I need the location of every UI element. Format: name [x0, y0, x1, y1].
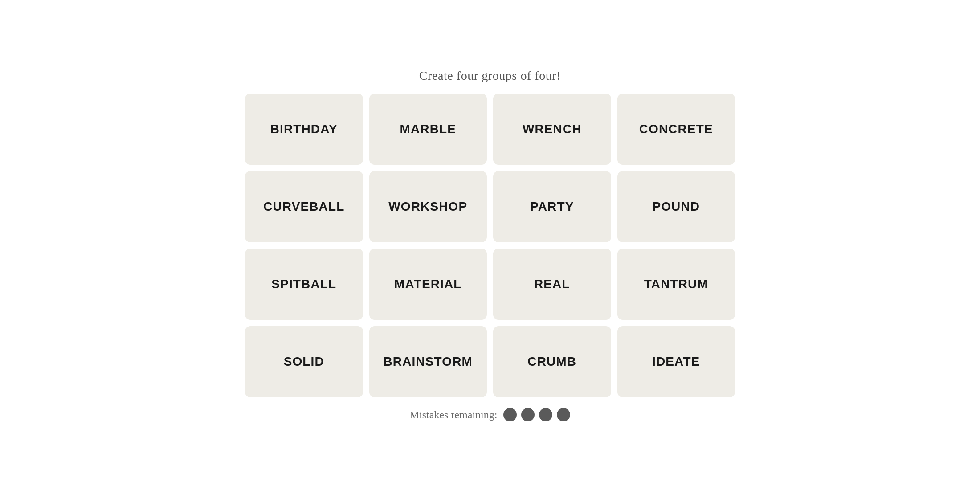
tile-label-concrete: CONCRETE: [639, 122, 713, 136]
mistake-dot-2: [521, 408, 535, 421]
tile-label-brainstorm: BRAINSTORM: [384, 355, 473, 369]
tile-real[interactable]: REAL: [493, 249, 611, 320]
mistake-dot-1: [503, 408, 517, 421]
game-container: Create four groups of four! BIRTHDAYMARB…: [245, 69, 735, 421]
tile-label-pound: POUND: [652, 200, 700, 214]
tile-label-crumb: CRUMB: [527, 355, 576, 369]
tile-curveball[interactable]: CURVEBALL: [245, 171, 363, 242]
tile-birthday[interactable]: BIRTHDAY: [245, 94, 363, 165]
tile-marble[interactable]: MARBLE: [369, 94, 487, 165]
tile-brainstorm[interactable]: BRAINSTORM: [369, 326, 487, 397]
tile-grid: BIRTHDAYMARBLEWRENCHCONCRETECURVEBALLWOR…: [245, 94, 735, 397]
tile-label-tantrum: TANTRUM: [644, 277, 708, 291]
tile-concrete[interactable]: CONCRETE: [617, 94, 735, 165]
mistake-dot-4: [557, 408, 570, 421]
tile-crumb[interactable]: CRUMB: [493, 326, 611, 397]
tile-label-solid: SOLID: [284, 355, 324, 369]
tile-label-ideate: IDEATE: [652, 355, 700, 369]
tile-label-material: MATERIAL: [394, 277, 462, 291]
tile-label-curveball: CURVEBALL: [263, 200, 344, 214]
mistakes-dots: [503, 408, 570, 421]
mistake-dot-3: [539, 408, 552, 421]
tile-label-party: PARTY: [530, 200, 574, 214]
tile-label-real: REAL: [534, 277, 570, 291]
tile-label-spitball: SPITBALL: [271, 277, 336, 291]
tile-party[interactable]: PARTY: [493, 171, 611, 242]
tile-pound[interactable]: POUND: [617, 171, 735, 242]
tile-workshop[interactable]: WORKSHOP: [369, 171, 487, 242]
tile-solid[interactable]: SOLID: [245, 326, 363, 397]
tile-label-workshop: WORKSHOP: [388, 200, 467, 214]
tile-label-birthday: BIRTHDAY: [270, 122, 338, 136]
mistakes-row: Mistakes remaining:: [410, 408, 571, 421]
tile-material[interactable]: MATERIAL: [369, 249, 487, 320]
subtitle: Create four groups of four!: [419, 69, 561, 83]
tile-label-marble: MARBLE: [400, 122, 457, 136]
tile-tantrum[interactable]: TANTRUM: [617, 249, 735, 320]
tile-ideate[interactable]: IDEATE: [617, 326, 735, 397]
tile-wrench[interactable]: WRENCH: [493, 94, 611, 165]
tile-label-wrench: WRENCH: [523, 122, 582, 136]
mistakes-label: Mistakes remaining:: [410, 409, 498, 421]
tile-spitball[interactable]: SPITBALL: [245, 249, 363, 320]
